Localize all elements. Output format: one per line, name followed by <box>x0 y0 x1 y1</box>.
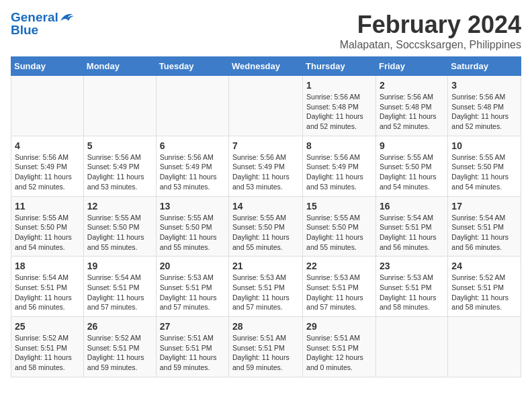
day-info: Sunrise: 5:52 AM Sunset: 5:51 PM Dayligh… <box>451 273 517 312</box>
calendar-cell: 27Sunrise: 5:51 AM Sunset: 5:51 PM Dayli… <box>156 317 228 377</box>
day-info: Sunrise: 5:56 AM Sunset: 5:49 PM Dayligh… <box>306 152 372 192</box>
calendar-cell: 19Sunrise: 5:54 AM Sunset: 5:51 PM Dayli… <box>83 257 156 317</box>
logo-line2: Blue <box>11 24 74 36</box>
calendar-cell: 5Sunrise: 5:56 AM Sunset: 5:49 PM Daylig… <box>83 136 156 196</box>
day-info: Sunrise: 5:55 AM Sunset: 5:50 PM Dayligh… <box>87 213 152 253</box>
day-info: Sunrise: 5:56 AM Sunset: 5:49 PM Dayligh… <box>160 152 225 192</box>
day-number: 24 <box>451 261 517 271</box>
calendar-cell: 11Sunrise: 5:55 AM Sunset: 5:50 PM Dayli… <box>11 196 84 257</box>
day-number: 11 <box>15 201 80 212</box>
calendar-header-row: SundayMondayTuesdayWednesdayThursdayFrid… <box>11 57 521 76</box>
day-info: Sunrise: 5:56 AM Sunset: 5:48 PM Dayligh… <box>380 92 444 132</box>
day-info: Sunrise: 5:55 AM Sunset: 5:50 PM Dayligh… <box>380 152 444 192</box>
calendar-cell <box>448 317 521 377</box>
day-number: 19 <box>87 261 152 271</box>
day-info: Sunrise: 5:51 AM Sunset: 5:51 PM Dayligh… <box>232 333 299 373</box>
weekday-header: Tuesday <box>156 57 228 76</box>
day-number: 15 <box>306 201 372 212</box>
day-number: 26 <box>87 321 152 332</box>
calendar-cell: 14Sunrise: 5:55 AM Sunset: 5:50 PM Dayli… <box>229 196 303 257</box>
calendar-cell <box>83 76 156 136</box>
calendar-cell: 17Sunrise: 5:54 AM Sunset: 5:51 PM Dayli… <box>448 196 521 257</box>
calendar-cell: 24Sunrise: 5:52 AM Sunset: 5:51 PM Dayli… <box>448 257 521 317</box>
calendar-week-row: 11Sunrise: 5:55 AM Sunset: 5:50 PM Dayli… <box>11 196 521 257</box>
day-number: 10 <box>451 140 517 151</box>
title-block: February 2024 Malapatan, Soccsksargen, P… <box>340 11 521 51</box>
day-number: 25 <box>15 321 80 332</box>
calendar-cell: 28Sunrise: 5:51 AM Sunset: 5:51 PM Dayli… <box>229 317 303 377</box>
day-info: Sunrise: 5:53 AM Sunset: 5:51 PM Dayligh… <box>232 273 299 312</box>
calendar-cell <box>156 76 228 136</box>
day-number: 16 <box>380 201 444 212</box>
page-header: General Blue February 2024 Malapatan, So… <box>11 11 521 51</box>
day-number: 14 <box>232 201 299 212</box>
day-info: Sunrise: 5:55 AM Sunset: 5:50 PM Dayligh… <box>232 213 299 253</box>
day-number: 28 <box>232 321 299 332</box>
weekday-header: Friday <box>375 57 447 76</box>
logo: General Blue <box>11 11 74 36</box>
day-info: Sunrise: 5:53 AM Sunset: 5:51 PM Dayligh… <box>380 273 444 312</box>
day-info: Sunrise: 5:56 AM Sunset: 5:48 PM Dayligh… <box>306 92 372 132</box>
day-info: Sunrise: 5:55 AM Sunset: 5:50 PM Dayligh… <box>160 213 225 253</box>
day-info: Sunrise: 5:51 AM Sunset: 5:51 PM Dayligh… <box>306 333 372 373</box>
weekday-header: Wednesday <box>229 57 303 76</box>
day-info: Sunrise: 5:54 AM Sunset: 5:51 PM Dayligh… <box>451 213 517 253</box>
day-info: Sunrise: 5:54 AM Sunset: 5:51 PM Dayligh… <box>380 213 444 253</box>
day-number: 3 <box>451 80 517 91</box>
day-number: 22 <box>306 261 372 271</box>
calendar-cell <box>229 76 303 136</box>
day-number: 5 <box>87 140 152 151</box>
day-number: 9 <box>380 140 444 151</box>
day-info: Sunrise: 5:51 AM Sunset: 5:51 PM Dayligh… <box>160 333 225 373</box>
calendar-cell: 26Sunrise: 5:52 AM Sunset: 5:51 PM Dayli… <box>83 317 156 377</box>
day-info: Sunrise: 5:56 AM Sunset: 5:48 PM Dayligh… <box>451 92 517 132</box>
day-info: Sunrise: 5:56 AM Sunset: 5:49 PM Dayligh… <box>232 152 299 192</box>
day-info: Sunrise: 5:52 AM Sunset: 5:51 PM Dayligh… <box>87 333 152 373</box>
calendar-cell: 29Sunrise: 5:51 AM Sunset: 5:51 PM Dayli… <box>303 317 376 377</box>
calendar-cell: 8Sunrise: 5:56 AM Sunset: 5:49 PM Daylig… <box>303 136 376 196</box>
calendar-cell: 3Sunrise: 5:56 AM Sunset: 5:48 PM Daylig… <box>448 76 521 136</box>
calendar-cell: 7Sunrise: 5:56 AM Sunset: 5:49 PM Daylig… <box>229 136 303 196</box>
calendar-cell: 9Sunrise: 5:55 AM Sunset: 5:50 PM Daylig… <box>375 136 447 196</box>
weekday-header: Sunday <box>11 57 84 76</box>
calendar-week-row: 18Sunrise: 5:54 AM Sunset: 5:51 PM Dayli… <box>11 257 521 317</box>
day-number: 7 <box>232 140 299 151</box>
calendar-week-row: 25Sunrise: 5:52 AM Sunset: 5:51 PM Dayli… <box>11 317 521 377</box>
weekday-header: Saturday <box>448 57 521 76</box>
calendar-cell: 6Sunrise: 5:56 AM Sunset: 5:49 PM Daylig… <box>156 136 228 196</box>
day-info: Sunrise: 5:55 AM Sunset: 5:50 PM Dayligh… <box>15 213 80 253</box>
day-info: Sunrise: 5:54 AM Sunset: 5:51 PM Dayligh… <box>15 273 80 312</box>
calendar-cell: 12Sunrise: 5:55 AM Sunset: 5:50 PM Dayli… <box>83 196 156 257</box>
weekday-header: Thursday <box>303 57 376 76</box>
day-info: Sunrise: 5:55 AM Sunset: 5:50 PM Dayligh… <box>306 213 372 253</box>
calendar-cell: 15Sunrise: 5:55 AM Sunset: 5:50 PM Dayli… <box>303 196 376 257</box>
day-info: Sunrise: 5:56 AM Sunset: 5:49 PM Dayligh… <box>15 152 80 192</box>
day-number: 13 <box>160 201 225 212</box>
day-number: 2 <box>380 80 444 91</box>
calendar-table: SundayMondayTuesdayWednesdayThursdayFrid… <box>11 56 521 377</box>
calendar-cell <box>11 76 84 136</box>
calendar-week-row: 4Sunrise: 5:56 AM Sunset: 5:49 PM Daylig… <box>11 136 521 196</box>
calendar-cell: 13Sunrise: 5:55 AM Sunset: 5:50 PM Dayli… <box>156 196 228 257</box>
day-info: Sunrise: 5:56 AM Sunset: 5:49 PM Dayligh… <box>87 152 152 192</box>
day-number: 6 <box>160 140 225 151</box>
calendar-cell: 18Sunrise: 5:54 AM Sunset: 5:51 PM Dayli… <box>11 257 84 317</box>
logo-bird-icon <box>59 11 74 24</box>
day-number: 21 <box>232 261 299 271</box>
day-number: 4 <box>15 140 80 151</box>
calendar-cell: 23Sunrise: 5:53 AM Sunset: 5:51 PM Dayli… <box>375 257 447 317</box>
weekday-header: Monday <box>83 57 156 76</box>
day-number: 8 <box>306 140 372 151</box>
day-number: 23 <box>380 261 444 271</box>
calendar-cell: 2Sunrise: 5:56 AM Sunset: 5:48 PM Daylig… <box>375 76 447 136</box>
day-number: 12 <box>87 201 152 212</box>
location: Malapatan, Soccsksargen, Philippines <box>340 39 521 51</box>
month-title: February 2024 <box>340 11 521 39</box>
day-number: 17 <box>451 201 517 212</box>
day-info: Sunrise: 5:53 AM Sunset: 5:51 PM Dayligh… <box>160 273 225 312</box>
calendar-week-row: 1Sunrise: 5:56 AM Sunset: 5:48 PM Daylig… <box>11 76 521 136</box>
calendar-cell: 1Sunrise: 5:56 AM Sunset: 5:48 PM Daylig… <box>303 76 376 136</box>
calendar-cell: 16Sunrise: 5:54 AM Sunset: 5:51 PM Dayli… <box>375 196 447 257</box>
calendar-cell: 21Sunrise: 5:53 AM Sunset: 5:51 PM Dayli… <box>229 257 303 317</box>
calendar-cell: 10Sunrise: 5:55 AM Sunset: 5:50 PM Dayli… <box>448 136 521 196</box>
